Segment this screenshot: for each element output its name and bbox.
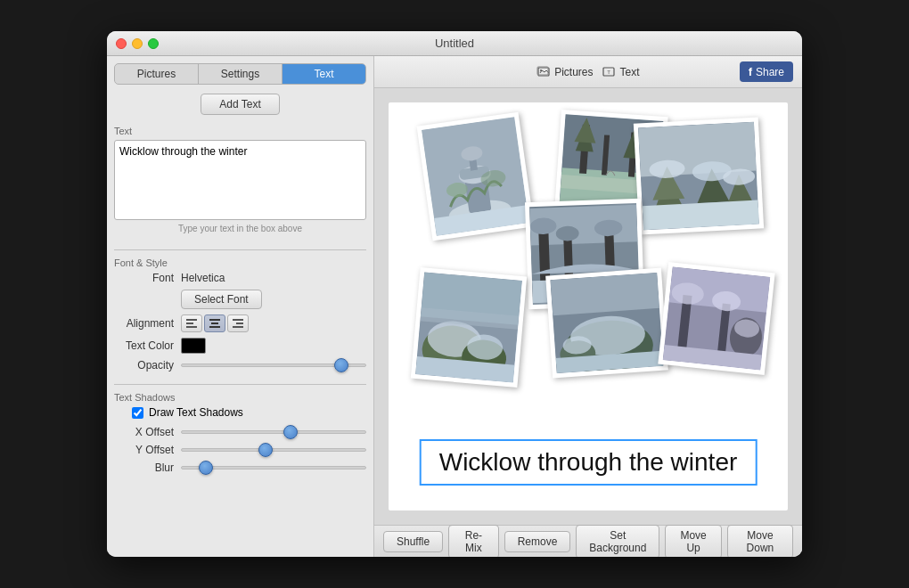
toolbar-pictures: Pictures [536,65,593,79]
remix-button[interactable]: Re-Mix [448,525,498,558]
photo-6[interactable] [545,268,668,379]
photo-3-inner [638,122,759,231]
text-icon: T [602,65,616,79]
text-color-row: Text Color [114,338,366,354]
tab-pictures[interactable]: Pictures [115,64,199,84]
tab-settings[interactable]: Settings [199,64,283,84]
toolbar-text-label: Text [619,66,639,78]
svg-point-10 [540,69,542,71]
x-offset-label: X Offset [114,426,181,438]
svg-rect-2 [186,326,197,328]
canvas-area: Wicklow through the winter [374,88,802,525]
tab-bar: Pictures Settings Text [114,63,366,85]
svg-rect-61 [550,273,659,315]
set-background-button[interactable]: Set Background [576,525,659,558]
facebook-icon: f [749,65,752,78]
color-picker[interactable] [181,338,206,354]
alignment-buttons [181,314,249,332]
x-offset-row: X Offset [114,426,366,438]
svg-rect-6 [233,319,243,321]
svg-rect-5 [209,326,220,328]
window-title: Untitled [435,37,474,50]
photo-7-inner [663,267,770,371]
blur-label: Blur [114,461,181,474]
titlebar: Untitled [107,31,802,56]
y-offset-slider-container [181,448,366,452]
select-font-row: Select Font [114,290,366,309]
select-font-button[interactable]: Select Font [181,290,262,309]
minimize-button[interactable] [132,38,143,49]
main-window: Untitled Pictures Settings Text Add Text… [107,31,802,557]
traffic-lights [116,38,159,49]
photo-5-inner [415,272,522,382]
y-offset-label: Y Offset [114,444,181,456]
svg-rect-7 [236,323,243,324]
alignment-row: Alignment [114,314,366,332]
remove-button[interactable]: Remove [504,531,571,552]
opacity-label: Opacity [114,359,181,372]
toolbar-pictures-label: Pictures [554,66,593,78]
svg-rect-4 [211,323,218,324]
right-panel: Pictures T Text f Share [374,56,802,557]
svg-rect-0 [186,319,197,321]
move-up-button[interactable]: Move Up [665,525,721,558]
photo-1[interactable] [417,112,535,241]
shuffle-button[interactable]: Shuffle [383,531,443,552]
photo-6-inner [550,273,663,373]
text-input[interactable]: Wicklow through the winter [114,140,366,220]
text-section-label: Text [114,126,366,136]
add-text-button[interactable]: Add Text [201,94,279,115]
opacity-row: Opacity [114,359,366,372]
alignment-label: Alignment [114,317,181,330]
align-center-icon [209,319,220,328]
shadows-label: Text Shadows [114,392,366,403]
align-left-icon [186,319,197,328]
opacity-slider-container [181,363,366,367]
toolbar: Pictures T Text f Share [374,56,802,88]
align-center-button[interactable] [204,314,225,332]
text-color-label: Text Color [114,339,181,352]
bottom-bar: Shuffle Re-Mix Remove Set Background Mov… [374,525,802,557]
x-offset-slider-container [181,430,366,434]
blur-slider[interactable] [181,466,366,470]
font-name: Helvetica [181,272,225,284]
photo-3[interactable] [634,117,764,234]
draw-shadows-checkbox[interactable] [132,407,143,419]
divider-1 [114,249,366,250]
toolbar-text: T Text [602,65,639,79]
y-offset-row: Y Offset [114,444,366,456]
x-offset-slider[interactable] [181,430,366,434]
svg-rect-1 [186,323,193,324]
y-offset-slider[interactable] [181,448,366,452]
photo-1-inner [422,117,529,235]
blur-row: Blur [114,461,366,474]
tab-text[interactable]: Text [283,64,365,84]
move-down-button[interactable]: Move Down [727,525,793,558]
pictures-icon [536,65,551,79]
share-button[interactable]: f Share [740,61,793,82]
text-hint: Type your text in the box above [114,224,366,233]
svg-text:T: T [608,69,611,75]
close-button[interactable] [116,38,127,49]
blur-slider-container [181,466,366,470]
divider-2 [114,384,366,385]
maximize-button[interactable] [148,38,159,49]
align-right-button[interactable] [227,314,249,332]
photo-5[interactable] [411,267,527,388]
svg-rect-3 [209,319,220,321]
share-label: Share [756,66,784,78]
text-overlay[interactable]: Wicklow through the winter [420,439,758,486]
font-style-label: Font & Style [114,257,366,268]
photo-7[interactable] [658,262,774,375]
font-row: Font Helvetica [114,272,366,284]
align-left-button[interactable] [181,314,202,332]
toolbar-center: Pictures T Text [536,65,639,79]
main-content: Pictures Settings Text Add Text Text Wic… [107,56,802,557]
left-panel: Pictures Settings Text Add Text Text Wic… [107,56,374,557]
svg-rect-8 [233,326,243,328]
align-right-icon [233,319,243,328]
draw-shadows-row: Draw Text Shadows [114,406,366,419]
opacity-slider[interactable] [181,363,366,367]
draw-shadows-label: Draw Text Shadows [149,406,243,419]
canvas-inner: Wicklow through the winter [389,102,788,510]
